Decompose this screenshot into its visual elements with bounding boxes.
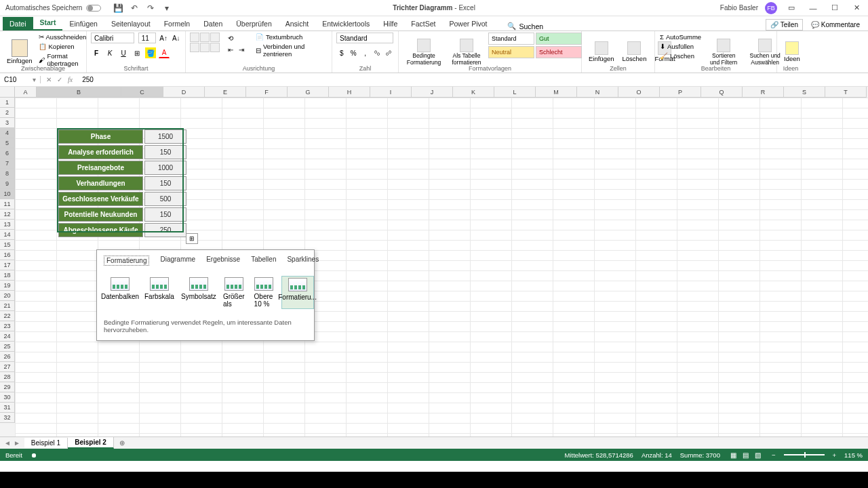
col-header-K[interactable]: K [453, 87, 494, 98]
decimal-dec-icon[interactable]: ₀⁰ [384, 47, 394, 58]
share-button[interactable]: 🔗 Teilen [766, 19, 803, 30]
qa-opt-iconset[interactable]: Symbolsatz [182, 276, 215, 309]
table-label-cell[interactable]: Verhandlungen [58, 176, 143, 190]
wrap-text-button[interactable]: 📄 Textumbruch [255, 33, 328, 41]
qat-dropdown-icon[interactable]: ▾ [162, 3, 172, 13]
row-header-3[interactable]: 3 [0, 118, 15, 128]
col-header-T[interactable]: T [825, 87, 867, 98]
row-header-26[interactable]: 26 [0, 352, 15, 362]
row-header-31[interactable]: 31 [0, 403, 15, 413]
table-label-cell[interactable]: Preisangebote [58, 161, 143, 175]
tab-help[interactable]: Hilfe [376, 17, 404, 30]
row-header-25[interactable]: 25 [0, 342, 15, 352]
table-value-cell[interactable]: 150 [144, 207, 186, 222]
zoom-slider[interactable] [784, 454, 825, 455]
redo-icon[interactable]: ↷ [146, 3, 155, 13]
qa-opt-top10[interactable]: Obere 10 % [253, 276, 275, 309]
increase-font-icon[interactable]: A↑ [159, 33, 169, 43]
row-header-1[interactable]: 1 [0, 98, 15, 108]
col-header-N[interactable]: N [577, 87, 618, 98]
autosum-button[interactable]: Σ AutoSumme [659, 33, 702, 41]
tab-powerpivot[interactable]: Power Pivot [442, 17, 494, 30]
col-header-L[interactable]: L [494, 87, 536, 98]
comma-icon[interactable]: , [360, 47, 370, 58]
autosave-toggle[interactable] [86, 5, 101, 12]
col-header-H[interactable]: H [329, 87, 370, 98]
zoom-level[interactable]: 115 % [844, 451, 863, 459]
add-sheet-button[interactable]: ⊕ [114, 439, 130, 447]
bold-button[interactable]: F [91, 47, 102, 58]
col-header-J[interactable]: J [412, 87, 453, 98]
qa-tab-charts[interactable]: Diagramme [160, 256, 195, 266]
table-value-cell[interactable]: 150 [144, 145, 186, 159]
view-pagelayout-icon[interactable]: ▤ [741, 450, 751, 460]
row-header-19[interactable]: 19 [0, 281, 15, 291]
qa-opt-colorscale[interactable]: Farbskala [143, 276, 176, 309]
row-header-8[interactable]: 8 [0, 169, 15, 179]
currency-icon[interactable]: $ [336, 47, 347, 58]
row-header-23[interactable]: 23 [0, 321, 15, 331]
minimize-icon[interactable]: — [806, 2, 821, 14]
qa-tab-sparklines[interactable]: Sparklines [287, 256, 319, 266]
comments-button[interactable]: 💬 Kommentare [807, 20, 864, 30]
qa-opt-clear[interactable]: Formatieru... [281, 276, 314, 309]
row-header-6[interactable]: 6 [0, 148, 15, 159]
save-icon[interactable]: 💾 [113, 3, 123, 13]
table-label-cell[interactable]: Analyse erforderlich [58, 145, 143, 159]
style-schlecht[interactable]: Schlecht [536, 46, 582, 58]
sheet-tab-1[interactable]: Beispiel 1 [24, 438, 68, 448]
row-header-24[interactable]: 24 [0, 331, 15, 342]
confirm-formula-icon[interactable]: ✓ [57, 76, 62, 83]
row-header-9[interactable]: 9 [0, 179, 15, 189]
col-header-M[interactable]: M [536, 87, 577, 98]
row-header-4[interactable]: 4 [0, 128, 15, 138]
style-neutral[interactable]: Neutral [488, 46, 534, 58]
row-header-2[interactable]: 2 [0, 108, 15, 118]
row-header-5[interactable]: 5 [0, 138, 15, 148]
tab-pagelayout[interactable]: Seitenlayout [104, 17, 157, 30]
col-header-O[interactable]: O [618, 87, 660, 98]
style-standard[interactable]: Standard [488, 33, 534, 45]
qa-tab-formatting[interactable]: Formatierung [104, 256, 149, 266]
name-box[interactable]: C10▾ [0, 76, 41, 83]
data-table[interactable]: Phase1500Analyse erforderlich150Preisang… [57, 128, 188, 239]
style-gut[interactable]: Gut [536, 33, 582, 45]
table-label-cell[interactable]: Potentielle Neukunden [58, 207, 143, 222]
row-header-21[interactable]: 21 [0, 301, 15, 311]
view-pagebreak-icon[interactable]: ▧ [753, 450, 764, 460]
row-header-12[interactable]: 12 [0, 209, 15, 220]
row-header-13[interactable]: 13 [0, 220, 15, 230]
quick-analysis-handle[interactable]: ⊞ [186, 233, 198, 244]
fx-icon[interactable]: fx [68, 76, 73, 83]
row-header-32[interactable]: 32 [0, 413, 15, 423]
orientation-button[interactable]: ⟲ [225, 33, 236, 43]
font-size-combo[interactable]: 11 [138, 33, 156, 43]
row-header-17[interactable]: 17 [0, 260, 15, 270]
percent-icon[interactable]: % [348, 47, 358, 58]
row-header-11[interactable]: 11 [0, 199, 15, 209]
qa-opt-databars[interactable]: Datenbalken [104, 276, 136, 309]
tab-view[interactable]: Ansicht [279, 17, 315, 30]
sheet-tab-2[interactable]: Beispiel 2 [68, 437, 114, 449]
tab-formulas[interactable]: Formeln [157, 17, 197, 30]
font-name-combo[interactable]: Calibri [91, 33, 134, 43]
clear-button[interactable]: 🧹 Löschen [659, 52, 702, 60]
row-header-18[interactable]: 18 [0, 270, 15, 281]
tab-review[interactable]: Überprüfen [229, 17, 279, 30]
search-box[interactable]: 🔍 Suchen [507, 22, 543, 30]
row-header-15[interactable]: 15 [0, 240, 15, 250]
table-label-cell[interactable]: Geschlossene Verkäufe [58, 192, 143, 206]
zoom-in-icon[interactable]: + [833, 451, 837, 459]
col-header-E[interactable]: E [205, 87, 246, 98]
row-header-27[interactable]: 27 [0, 362, 15, 372]
col-header-S[interactable]: S [784, 87, 825, 98]
row-header-22[interactable]: 22 [0, 311, 15, 321]
col-header-G[interactable]: G [288, 87, 329, 98]
tab-factset[interactable]: FactSet [404, 17, 442, 30]
row-header-10[interactable]: 10 [0, 189, 15, 199]
tab-start[interactable]: Start [33, 16, 63, 30]
user-avatar[interactable]: FB [765, 2, 777, 14]
row-header-7[interactable]: 7 [0, 159, 15, 169]
ribbon-options-icon[interactable]: ▭ [784, 2, 799, 14]
merge-button[interactable]: ⊟ Verbinden und zentrieren [255, 42, 328, 58]
